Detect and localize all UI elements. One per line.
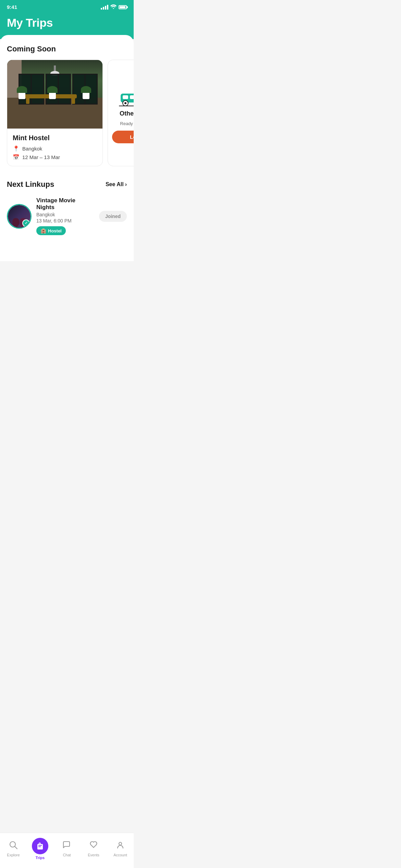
wifi-icon [110,4,117,10]
trip-location-row: 📍 Bangkok [13,145,97,152]
hostel-tag-icon: 🏨 [40,228,46,233]
avatar-check-icon: ✓ [22,219,30,227]
next-linkups-header: Next Linkups See All › [7,180,127,189]
trip-meta: 📍 Bangkok 📅 12 Mar – 13 Mar [13,145,97,160]
joined-badge: Joined [99,211,127,222]
linkup-tag: 🏨 Hostel [36,226,66,235]
linkup-details: Vintage Movie Nights Bangkok 13 Mar, 6:0… [36,197,94,235]
chevron-right-icon: › [125,181,127,188]
see-all-label: See All [106,181,124,188]
see-all-button[interactable]: See All › [106,181,127,188]
calendar-icon: 📅 [13,154,20,160]
linkup-name: Vintage Movie Nights [36,197,94,211]
signal-icon [101,5,108,10]
promo-main-text: Others are [120,110,134,117]
linkup-location: Bangkok [36,212,94,217]
svg-rect-10 [130,95,134,99]
linkup-item[interactable]: 👥 ✓ Vintage Movie Nights Bangkok 13 Mar,… [7,194,127,238]
bus-illustration [118,83,134,107]
coming-soon-cards[interactable]: Mint Hostel 📍 Bangkok 📅 12 Mar – 13 Mar [0,60,134,170]
svg-point-13 [124,102,126,104]
trip-name: Mint Hostel [13,134,97,142]
main-content: Coming Soon [0,35,134,261]
trip-card-body: Mint Hostel 📍 Bangkok 📅 12 Mar – 13 Mar [7,129,102,166]
linkup-tag-label: Hostel [48,228,62,233]
linkup-avatar: 👥 ✓ [7,204,32,229]
trip-dates-row: 📅 12 Mar – 13 Mar [13,154,97,160]
page-title: My Trips [7,16,127,29]
promo-card[interactable]: Others are Ready to star... Le... [108,60,134,166]
status-time: 9:41 [7,4,17,10]
trip-dates: 12 Mar – 13 Mar [22,154,60,160]
location-icon: 📍 [13,145,20,152]
trip-card-mint-hostel[interactable]: Mint Hostel 📍 Bangkok 📅 12 Mar – 13 Mar [7,60,103,166]
coming-soon-title: Coming Soon [7,45,127,53]
next-linkups-title: Next Linkups [7,180,54,189]
linkup-time: 13 Mar, 6:00 PM [36,218,94,224]
trip-location: Bangkok [22,146,42,152]
status-bar: 9:41 [0,0,134,13]
battery-icon [119,5,127,9]
status-icons [101,4,127,10]
promo-button[interactable]: Le... [112,131,134,143]
svg-rect-9 [123,95,128,99]
trip-card-image [7,60,102,129]
promo-sub-text: Ready to star... [120,121,134,127]
